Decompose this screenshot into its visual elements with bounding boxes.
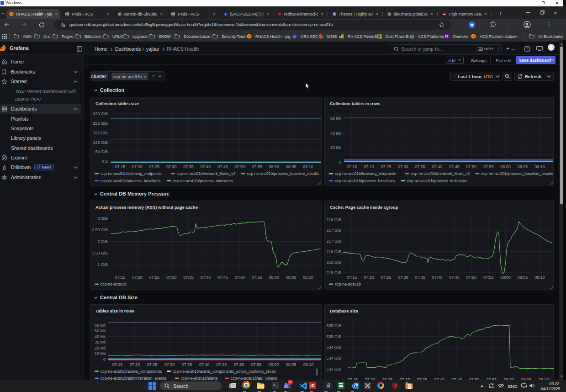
svg-text:07:40: 07:40 — [199, 362, 210, 367]
svg-text:07:30: 07:30 — [164, 362, 175, 367]
svg-text:07:40: 07:40 — [432, 164, 443, 169]
svg-text:ccp-ne-acs01b: ccp-ne-acs01b — [335, 282, 361, 286]
svg-text:07:40: 07:40 — [432, 275, 443, 280]
svg-text:08:05: 08:05 — [286, 275, 296, 280]
svg-text:ccp-ne-acs01b/process_baseline: ccp-ne-acs01b/process_baselines — [101, 179, 161, 183]
svg-text:215 GiB: 215 GiB — [326, 270, 341, 275]
svg-text:08:10: 08:10 — [534, 164, 545, 169]
svg-text:ccp-ne-acs01b/listening_endpoi: ccp-ne-acs01b/listening_endpoints — [101, 171, 162, 176]
svg-text:07:20: 07:20 — [364, 164, 374, 169]
svg-text:07:45: 07:45 — [217, 164, 228, 169]
svg-text:40 Mil: 40 Mil — [95, 334, 106, 339]
svg-text:Cache: Page cache inside cgrou: Cache: Page cache inside cgroup — [330, 205, 398, 210]
svg-text:535 GiB: 535 GiB — [326, 334, 341, 339]
svg-text:07:40: 07:40 — [201, 275, 211, 280]
svg-text:07:30: 07:30 — [398, 275, 408, 280]
svg-text:535 GiB: 535 GiB — [326, 323, 341, 328]
svg-text:07:15: 07:15 — [115, 275, 126, 280]
svg-text:?: ? — [526, 47, 529, 51]
svg-text:Tables size in rows: Tables size in rows — [95, 308, 134, 313]
svg-text:217 GiB: 217 GiB — [326, 228, 341, 233]
svg-text:08:10: 08:10 — [303, 164, 313, 169]
svg-text:216 GiB: 216 GiB — [326, 249, 341, 254]
svg-text:08:10: 08:10 — [534, 275, 545, 280]
svg-text:07:50: 07:50 — [235, 275, 245, 280]
svg-text:07:55: 07:55 — [252, 164, 262, 169]
svg-text:T: T — [333, 13, 335, 16]
svg-text:3 GiB: 3 GiB — [97, 216, 108, 221]
svg-text:64 GiB: 64 GiB — [95, 149, 108, 154]
svg-text:128 GiB: 128 GiB — [93, 140, 108, 145]
svg-text:08:00: 08:00 — [500, 275, 511, 280]
svg-text:N: N — [445, 34, 448, 38]
svg-text:ccp-ne-acs01b/process_indicato: ccp-ne-acs01b/process_indicators — [407, 179, 467, 183]
svg-text:Collection tables in rows: Collection tables in rows — [330, 101, 380, 106]
svg-text:533 GiB: 533 GiB — [326, 367, 341, 371]
svg-text:217 GiB: 217 GiB — [326, 239, 341, 244]
svg-text:07:35: 07:35 — [182, 362, 192, 367]
svg-text:Actual process memory (RSS) wi: Actual process memory (RSS) without page… — [95, 205, 198, 210]
svg-text:07:55: 07:55 — [483, 164, 494, 169]
svg-text:ccp-ne-acs01b/network_flows_v2: ccp-ne-acs01b/network_flows_v2 — [177, 171, 236, 176]
svg-text:2.50 GiB: 2.50 GiB — [92, 228, 108, 232]
svg-text:20 Mil: 20 Mil — [330, 145, 341, 150]
svg-text:08:00: 08:00 — [269, 164, 279, 169]
svg-text:07:35: 07:35 — [415, 275, 425, 280]
svg-text:40 Mil: 40 Mil — [330, 131, 341, 136]
svg-text:07:30: 07:30 — [166, 275, 177, 280]
svg-text:07:25: 07:25 — [381, 164, 391, 169]
svg-text:Database size: Database size — [330, 308, 358, 313]
svg-text:07:15: 07:15 — [112, 362, 123, 367]
svg-text:07:25: 07:25 — [147, 362, 158, 367]
svg-text:07:45: 07:45 — [449, 275, 460, 280]
svg-text:07:50: 07:50 — [466, 275, 477, 280]
svg-text:07:20: 07:20 — [364, 275, 374, 280]
svg-text:08:00: 08:00 — [500, 164, 511, 169]
svg-text:07:45: 07:45 — [217, 362, 227, 367]
svg-text:30 Mil: 30 Mil — [95, 340, 106, 344]
svg-text:07:15: 07:15 — [115, 164, 126, 169]
svg-text:07:45: 07:45 — [449, 164, 460, 169]
svg-text:08:10: 08:10 — [303, 362, 314, 367]
svg-text:ccp-ne-acs01b/network_flows_v2: ccp-ne-acs01b/network_flows_v2 — [411, 171, 470, 176]
svg-text:ccp-ne-acs01b: ccp-ne-acs01b — [101, 282, 127, 286]
svg-text:0: 0 — [103, 357, 106, 362]
svg-text:ccp-ne-acs01b/active_component: ccp-ne-acs01b/active_components — [101, 369, 162, 374]
svg-text:07:50: 07:50 — [234, 362, 244, 367]
svg-text:07:50: 07:50 — [235, 164, 245, 169]
svg-text:0 B: 0 B — [101, 159, 108, 164]
svg-text:08:10: 08:10 — [303, 275, 313, 280]
svg-text:ccp-ne-acs01b/listening_endpoi: ccp-ne-acs01b/listening_endpoints — [335, 171, 396, 176]
svg-text:08:05: 08:05 — [518, 164, 528, 169]
svg-text:192 GiB: 192 GiB — [93, 131, 108, 135]
svg-text:07:55: 07:55 — [252, 275, 262, 280]
svg-text:216 GiB: 216 GiB — [326, 260, 341, 265]
svg-text:07:20: 07:20 — [132, 275, 143, 280]
svg-text:Collection tables size: Collection tables size — [95, 101, 139, 106]
svg-text:20 Mil: 20 Mil — [95, 346, 106, 350]
svg-text:07:25: 07:25 — [149, 275, 160, 280]
svg-text:07:30: 07:30 — [166, 164, 177, 169]
svg-text:07:50: 07:50 — [466, 164, 477, 169]
svg-text:08:00: 08:00 — [269, 362, 279, 367]
svg-text:07:20: 07:20 — [130, 362, 140, 367]
svg-text:256 GiB: 256 GiB — [93, 121, 108, 126]
svg-text:60 Mil: 60 Mil — [330, 116, 341, 121]
svg-text:2 GiB: 2 GiB — [97, 239, 108, 244]
svg-text:320 GiB: 320 GiB — [93, 111, 108, 116]
svg-text:534 GiB: 534 GiB — [326, 345, 341, 350]
svg-text:07:45: 07:45 — [217, 275, 228, 280]
svg-text:08:05: 08:05 — [286, 164, 296, 169]
svg-text:ccp-ne-acs01b/process_baseline: ccp-ne-acs01b/process_baselines — [335, 179, 395, 183]
svg-text:10 Mil: 10 Mil — [95, 351, 106, 356]
svg-text:ccp-ne-acs01b/process_baseline: ccp-ne-acs01b/process_baseline_results — [247, 171, 319, 176]
svg-text:07:25: 07:25 — [149, 164, 160, 169]
svg-text:60 Mil: 60 Mil — [95, 323, 106, 328]
svg-text:0: 0 — [339, 160, 341, 164]
svg-text:ccp-ne-acs01b/active_component: ccp-ne-acs01b/active_components_active_c… — [173, 369, 276, 374]
svg-text:07:55: 07:55 — [483, 275, 494, 280]
svg-text:1.50 GiB: 1.50 GiB — [92, 251, 108, 255]
svg-text:ccp-ne-acs01b/process_baseline: ccp-ne-acs01b/process_baseline_results — [481, 171, 553, 176]
svg-text:07:30: 07:30 — [398, 164, 408, 169]
svg-text:08:00: 08:00 — [269, 275, 279, 280]
